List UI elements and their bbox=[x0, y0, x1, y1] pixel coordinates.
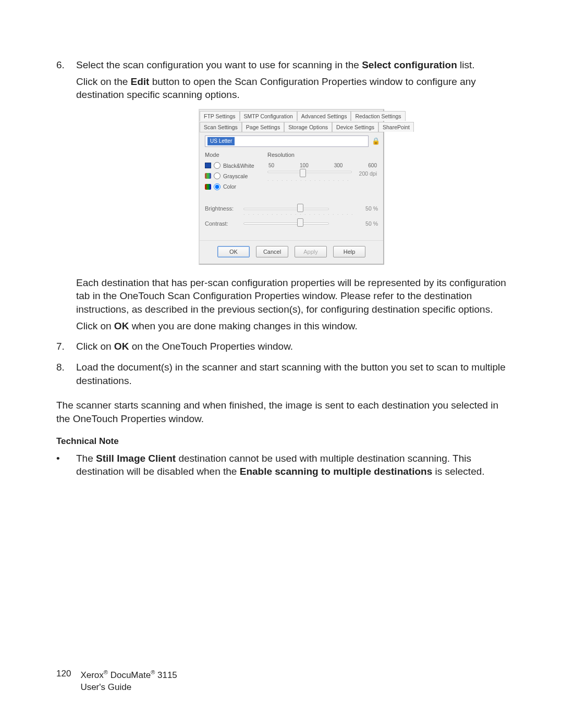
mode-gs-label: Grayscale bbox=[223, 172, 248, 180]
brightness-label: Brightness: bbox=[205, 205, 243, 213]
text: on the OneTouch Properties window. bbox=[129, 341, 293, 352]
bold-text: OK bbox=[114, 341, 129, 352]
page-number: 120 bbox=[56, 669, 71, 679]
text: Xerox bbox=[80, 670, 103, 680]
mode-cl-radio[interactable] bbox=[214, 183, 221, 190]
step-6: 6. Select the scan configuration you wan… bbox=[56, 58, 507, 336]
step-8-line: Load the document(s) in the scanner and … bbox=[76, 361, 507, 387]
text: is selected. bbox=[432, 466, 484, 477]
help-button[interactable]: Help bbox=[333, 246, 365, 257]
tick-300: 300 bbox=[334, 162, 343, 169]
mode-gs-radio[interactable] bbox=[214, 172, 221, 179]
footer-line-1: Xerox® DocuMate® 3115 bbox=[80, 669, 177, 682]
step-7-line: Click on OK on the OneTouch Properties w… bbox=[76, 340, 507, 353]
mode-cl-label: Color bbox=[223, 183, 236, 190]
lock-icon[interactable]: 🔒 bbox=[372, 138, 378, 145]
step-6-after-p2: Click on OK when you are done making cha… bbox=[76, 319, 507, 333]
cl-icon bbox=[205, 184, 211, 190]
dialog-button-row: OK Cancel Apply Help bbox=[200, 240, 383, 264]
brightness-slider[interactable]: · · · · · · · · · · · · · · · · · · · · … bbox=[243, 206, 355, 212]
bold-text: Select configuration bbox=[362, 59, 457, 70]
apply-button[interactable]: Apply bbox=[295, 246, 327, 257]
text: 3115 bbox=[155, 670, 177, 680]
brightness-row: Brightness: · · · · · · · · · · · · · · … bbox=[205, 205, 378, 213]
contrast-value: 50 % bbox=[355, 220, 378, 227]
slider-track bbox=[243, 208, 329, 210]
slider-thumb[interactable] bbox=[297, 218, 303, 227]
bold-text: Still Image Client bbox=[96, 453, 176, 464]
mode-grayscale[interactable]: Grayscale bbox=[205, 172, 262, 180]
tick-100: 100 bbox=[300, 162, 309, 169]
text: when you are done making changes in this… bbox=[129, 320, 357, 331]
mode-group: Mode Black&White Gr bbox=[205, 151, 262, 193]
cancel-button[interactable]: Cancel bbox=[256, 246, 288, 257]
mode-label: Mode bbox=[205, 151, 262, 159]
mode-color[interactable]: Color bbox=[205, 183, 262, 190]
tab-ftp-settings[interactable]: FTP Settings bbox=[200, 111, 240, 121]
tab-sharepoint[interactable]: SharePoint bbox=[378, 122, 414, 132]
technical-note-item: The Still Image Client destination canno… bbox=[56, 452, 507, 478]
tab-row-1: FTP Settings SMTP Configuration Advanced… bbox=[200, 110, 383, 121]
document-page: 6. Select the scan configuration you wan… bbox=[0, 0, 563, 728]
resolution-value: 200 dpi bbox=[354, 170, 377, 177]
text: Click on bbox=[76, 320, 114, 331]
brightness-contrast-group: Brightness: · · · · · · · · · · · · · · … bbox=[205, 205, 378, 228]
text: Click on bbox=[76, 341, 114, 352]
step-number: 7. bbox=[56, 340, 76, 356]
bold-text: Edit bbox=[131, 76, 150, 87]
slider-track bbox=[267, 171, 352, 173]
mode-bw-radio[interactable] bbox=[214, 162, 221, 169]
config-name-input[interactable]: US Letter bbox=[205, 135, 369, 147]
slider-thumb[interactable] bbox=[297, 204, 303, 212]
contrast-row: Contrast: 50 % bbox=[205, 220, 378, 228]
ok-button[interactable]: OK bbox=[217, 246, 250, 257]
resolution-group: Resolution 50 100 300 600 bbox=[267, 151, 378, 193]
resolution-label: Resolution bbox=[267, 151, 378, 159]
technical-note-list: The Still Image Client destination canno… bbox=[56, 452, 507, 478]
tab-row-2: Scan Settings Page Settings Storage Opti… bbox=[200, 121, 383, 132]
step-6-line-2: Click on the Edit button to open the Sca… bbox=[76, 75, 507, 102]
tick-600: 600 bbox=[368, 162, 377, 169]
dialog-screenshot: FTP Settings SMTP Configuration Advanced… bbox=[76, 109, 507, 265]
text: Click on the bbox=[76, 76, 131, 87]
mode-blackwhite[interactable]: Black&White bbox=[205, 162, 262, 169]
tab-page-settings[interactable]: Page Settings bbox=[242, 122, 284, 132]
tab-redaction-settings[interactable]: Redaction Settings bbox=[351, 111, 405, 121]
tab-scan-settings[interactable]: Scan Settings bbox=[200, 122, 242, 132]
step-number: 6. bbox=[56, 58, 76, 336]
bold-text: OK bbox=[114, 320, 129, 331]
technical-note-heading: Technical Note bbox=[56, 436, 507, 447]
resolution-slider[interactable]: · · · · · · · · · · · · · · · · · · · 20… bbox=[267, 171, 352, 173]
tab-storage-options[interactable]: Storage Options bbox=[284, 122, 332, 132]
slider-track bbox=[243, 223, 329, 225]
tab-device-settings[interactable]: Device Settings bbox=[332, 122, 378, 132]
step-8: 8. Load the document(s) in the scanner a… bbox=[56, 361, 507, 390]
contrast-slider[interactable] bbox=[243, 220, 355, 227]
tick-50: 50 bbox=[268, 162, 274, 169]
step-7: 7. Click on OK on the OneTouch Propertie… bbox=[56, 340, 507, 356]
contrast-label: Contrast: bbox=[205, 220, 243, 228]
tab-advanced-settings[interactable]: Advanced Settings bbox=[297, 111, 351, 121]
footer-line-2: User's Guide bbox=[80, 682, 177, 694]
step-6-line-1: Select the scan configuration you want t… bbox=[76, 58, 507, 72]
step-list: 6. Select the scan configuration you wan… bbox=[56, 58, 507, 390]
closing-paragraph: The scanner starts scanning and when fin… bbox=[56, 399, 507, 425]
scan-settings-panel: US Letter 🔒 Mode Bl bbox=[200, 132, 383, 240]
text: The bbox=[76, 453, 96, 464]
resolution-ticks: 50 100 300 600 bbox=[267, 162, 378, 169]
footer-text: Xerox® DocuMate® 3115 User's Guide bbox=[80, 669, 177, 694]
gs-icon bbox=[205, 173, 211, 179]
step-6-after-p1: Each destination that has per-scan confi… bbox=[76, 276, 507, 316]
slider-thumb[interactable] bbox=[300, 169, 306, 177]
text: list. bbox=[457, 59, 475, 70]
tab-smtp-configuration[interactable]: SMTP Configuration bbox=[240, 111, 297, 121]
text: Select the scan configuration you want t… bbox=[76, 59, 362, 70]
mode-resolution-row: Mode Black&White Gr bbox=[205, 151, 378, 193]
mode-bw-label: Black&White bbox=[223, 162, 254, 169]
text: DocuMate bbox=[108, 670, 151, 680]
slider-dots: · · · · · · · · · · · · · · · · · · · bbox=[267, 177, 352, 183]
scan-config-dialog: FTP Settings SMTP Configuration Advanced… bbox=[199, 109, 384, 265]
bold-text: Enable scanning to multiple destinations bbox=[240, 466, 433, 477]
brightness-value: 50 % bbox=[355, 205, 378, 212]
config-name-row: US Letter 🔒 bbox=[205, 135, 378, 147]
